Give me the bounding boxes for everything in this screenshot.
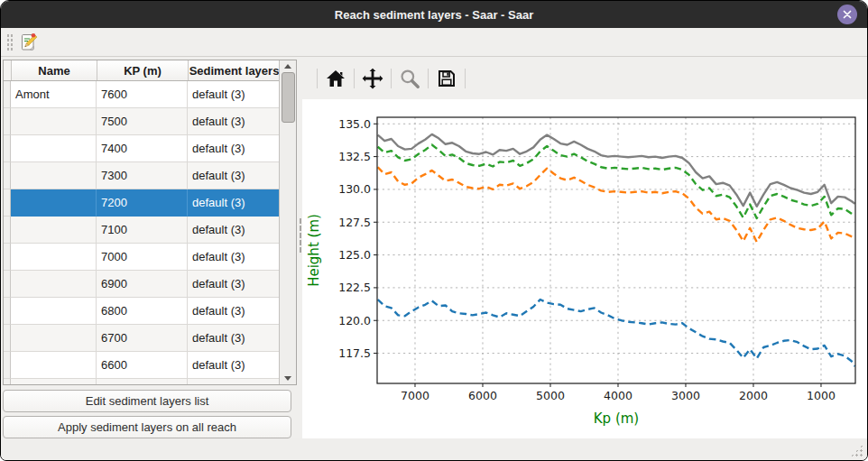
scroll-up-icon (284, 64, 291, 69)
table-row[interactable]: 7000default (3) (4, 244, 279, 271)
edit-sediment-layers-list-button[interactable]: Edit sediment layers list (3, 390, 291, 412)
table-row[interactable]: Amont7600default (3) (4, 81, 279, 108)
home-view-button[interactable] (322, 65, 349, 92)
cell-layers[interactable]: default (3) (188, 244, 279, 271)
cell-kp[interactable]: 7100 (97, 217, 188, 244)
row-header[interactable] (4, 352, 11, 379)
toolbar-separator (465, 69, 466, 88)
table-row[interactable]: 7100default (3) (4, 217, 279, 244)
column-header-sediment-layers[interactable]: Sediment layers (189, 60, 279, 80)
cell-name[interactable] (11, 352, 97, 379)
edit-sediment-layers-tool-button[interactable] (17, 31, 41, 54)
sediment-table: Name KP (m) Sediment layers Amont7600def… (3, 60, 297, 385)
y-tick-label: 135.0 (338, 117, 371, 131)
cell-kp[interactable]: 7600 (97, 81, 188, 108)
edit-note-icon (18, 32, 40, 53)
table-row[interactable]: 6600default (3) (4, 352, 279, 379)
table-header: Name KP (m) Sediment layers (4, 60, 279, 81)
toolbar-drag-handle[interactable] (6, 33, 13, 51)
x-tick-label: 3000 (671, 389, 700, 402)
save-figure-button[interactable] (433, 65, 460, 92)
cell-name[interactable] (11, 298, 97, 325)
apply-sediment-layers-button[interactable]: Apply sediment layers on all reach (3, 416, 291, 438)
cell-kp[interactable]: 6700 (97, 325, 188, 352)
figure-canvas[interactable]: 135.0132.5130.0127.5125.0122.5120.0117.5… (302, 99, 867, 438)
table-scrollbar[interactable] (279, 60, 296, 384)
column-header-kp[interactable]: KP (m) (97, 60, 189, 80)
close-button[interactable] (837, 5, 857, 24)
scrollbar-thumb[interactable] (282, 72, 295, 123)
scrollbar-up-button[interactable] (280, 60, 296, 72)
row-header[interactable] (4, 189, 11, 217)
cell-layers[interactable]: default (3) (188, 271, 279, 298)
window-title: Reach sediment layers - Saar - Saar (335, 8, 533, 22)
cell-name[interactable] (11, 108, 97, 135)
row-header[interactable] (4, 298, 11, 325)
table-row[interactable]: 7200default (3) (4, 189, 279, 217)
cell-name[interactable] (11, 135, 97, 162)
cell-kp[interactable]: 7400 (97, 135, 188, 162)
row-header[interactable] (4, 325, 11, 352)
y-tick-label: 127.5 (338, 216, 371, 229)
cell-name[interactable] (11, 217, 97, 244)
table-row[interactable]: 7500default (3) (4, 108, 279, 135)
cell-kp[interactable]: 7200 (97, 189, 188, 217)
column-header-name[interactable]: Name (12, 60, 97, 80)
cell-layers[interactable]: default (3) (188, 352, 279, 379)
cell-name[interactable] (11, 162, 97, 189)
row-header[interactable] (4, 244, 11, 271)
scrollbar-down-button[interactable] (280, 373, 296, 384)
cell-kp[interactable]: 6900 (97, 271, 188, 298)
cell-kp[interactable]: 7000 (97, 244, 188, 271)
cell-name[interactable] (11, 325, 97, 352)
cell-name[interactable] (11, 244, 97, 271)
cell-layers[interactable]: default (3) (188, 298, 279, 325)
cell-kp[interactable]: 7500 (97, 108, 188, 135)
status-strip (1, 438, 867, 460)
close-icon (841, 8, 854, 21)
window: Reach sediment layers - Saar - Saar (0, 0, 868, 461)
cell-name[interactable] (11, 189, 97, 217)
row-header[interactable] (4, 135, 11, 162)
row-header[interactable] (4, 108, 11, 135)
titlebar[interactable]: Reach sediment layers - Saar - Saar (1, 1, 867, 28)
sediment-profile-chart: 135.0132.5130.0127.5125.0122.5120.0117.5… (302, 99, 867, 438)
cell-layers[interactable]: default (3) (188, 108, 279, 135)
pan-button[interactable] (359, 65, 386, 92)
table-row[interactable]: 6700default (3) (4, 325, 279, 352)
cell-layers[interactable]: default (3) (188, 325, 279, 352)
toolbar-separator (391, 69, 392, 88)
table-row[interactable]: 6800default (3) (4, 298, 279, 325)
cell-layers[interactable]: default (3) (188, 81, 279, 108)
cell-name[interactable] (11, 271, 97, 298)
cell-kp[interactable]: 6800 (97, 298, 188, 325)
row-header[interactable] (4, 271, 11, 298)
cell-kp[interactable]: 6600 (97, 352, 188, 379)
table-row[interactable]: 7400default (3) (4, 135, 279, 162)
cell-layers[interactable]: default (3) (188, 162, 279, 189)
table-row-partial (4, 379, 279, 384)
x-tick-label: 7000 (401, 389, 429, 402)
cell-layers[interactable]: default (3) (188, 135, 279, 162)
x-tick-label: 6000 (468, 389, 497, 402)
table-row[interactable]: 7300default (3) (4, 162, 279, 189)
row-header[interactable] (4, 162, 11, 189)
cell-layers[interactable]: default (3) (188, 189, 279, 217)
series-line-orange-dashed (378, 167, 855, 242)
y-tick-label: 122.5 (338, 281, 371, 294)
resize-grip[interactable] (850, 444, 863, 457)
main-area: Name KP (m) Sediment layers Amont7600def… (1, 57, 867, 438)
table-corner-header[interactable] (4, 60, 12, 80)
row-header[interactable] (4, 81, 11, 108)
zoom-rect-button[interactable] (396, 65, 423, 92)
row-header[interactable] (4, 217, 11, 244)
scroll-down-icon (284, 376, 291, 381)
cell-kp[interactable]: 7300 (97, 162, 188, 189)
table-row[interactable]: 6900default (3) (4, 271, 279, 298)
cell-layers[interactable]: default (3) (188, 217, 279, 244)
y-tick-label: 125.0 (338, 248, 371, 262)
cell-name[interactable]: Amont (11, 81, 97, 108)
y-tick-label: 132.5 (338, 150, 371, 163)
x-tick-label: 1000 (807, 389, 836, 402)
x-tick-label: 2000 (739, 389, 768, 402)
